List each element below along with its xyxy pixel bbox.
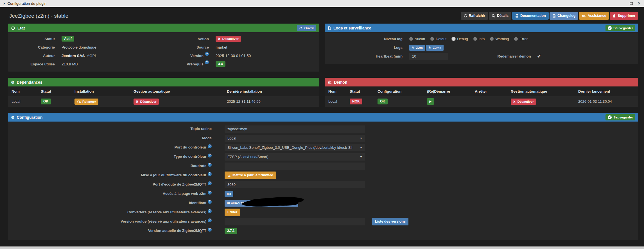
dependances-table-header: Nom Statut Installation Gestion automati… xyxy=(8,86,319,96)
x-icon: ✖ xyxy=(136,99,139,105)
statut-label: Statut xyxy=(8,35,62,43)
open-button[interactable]: Ouvrir xyxy=(297,25,316,31)
plugin-toolbar: Rafraichir Détails Documentation Changel… xyxy=(461,12,638,20)
dependances-panel-header: ⚙ Dépendances xyxy=(8,78,319,86)
help-icon[interactable]: ? xyxy=(208,172,212,176)
help-icon[interactable]: ? xyxy=(208,200,212,204)
relancer-button[interactable]: Relancer xyxy=(74,99,98,105)
help-icon[interactable]: ? xyxy=(208,163,212,167)
topic-racine-label: Topic racine xyxy=(8,127,218,131)
refresh-button[interactable]: Rafraichir xyxy=(461,12,488,20)
start-daemon-button[interactable]: ▶ xyxy=(427,98,434,105)
help-icon[interactable]: ? xyxy=(205,52,209,56)
radio-aucun[interactable]: Aucun xyxy=(409,37,425,41)
radio-icon xyxy=(473,37,477,41)
assistance-button[interactable]: Assistance xyxy=(579,12,609,20)
radio-debug[interactable]: Debug xyxy=(452,37,468,41)
help-icon[interactable]: ? xyxy=(208,209,212,213)
source-label: Source xyxy=(154,43,216,51)
caret-down-icon: ▼ xyxy=(358,156,362,158)
topic-racine-input[interactable] xyxy=(225,125,365,133)
firmware-label: Mise à jour du firmware du contrôleur? xyxy=(8,173,218,177)
logs-label: Logs xyxy=(325,43,409,52)
book-icon xyxy=(515,14,519,18)
bank-icon xyxy=(328,80,332,84)
radio-warning[interactable]: Warning xyxy=(490,37,509,41)
radio-icon xyxy=(409,37,413,41)
logs-panel: Logs et surveillance ✓ Sauvegarder Nivea… xyxy=(325,24,638,64)
help-icon[interactable]: ? xyxy=(208,218,212,222)
port-ecoute-label: Port d'écoute de Zigbee2MQTT? xyxy=(8,182,218,187)
delete-button[interactable]: Supprimer xyxy=(610,12,638,20)
heartbeat-label: Heartbeat (min) xyxy=(325,52,409,61)
radio-icon xyxy=(514,37,518,41)
documentation-button[interactable]: Documentation xyxy=(512,12,549,20)
help-icon[interactable]: ? xyxy=(205,60,209,64)
editer-button[interactable]: Editer xyxy=(225,209,240,216)
mode-select[interactable]: Local ▼ xyxy=(225,135,365,142)
radio-info[interactable]: Info xyxy=(473,37,485,41)
version-voulue-input[interactable] xyxy=(225,218,365,225)
paperclip-icon xyxy=(428,46,431,49)
close-icon[interactable]: × xyxy=(638,1,641,6)
version-value: 2025-12-30 01:01:50 xyxy=(216,51,319,60)
heartbeat-input[interactable] xyxy=(409,53,448,60)
identifiant-value[interactable]: uG9IAoC2Hmh5iodOHTd. xyxy=(225,200,298,207)
help-icon[interactable]: ? xyxy=(208,228,212,232)
demon-nom: Local xyxy=(325,99,346,104)
details-button[interactable]: Détails xyxy=(489,12,511,20)
ici-link-button[interactable]: ICI xyxy=(225,191,233,197)
chevron-right-icon: › xyxy=(3,1,5,6)
help-icon[interactable]: ? xyxy=(208,181,212,185)
x-icon: ✖ xyxy=(513,99,516,105)
dep-deactivate-button[interactable]: ✖ Désactiver xyxy=(134,99,159,105)
download-icon xyxy=(227,173,231,177)
log-z2md-button[interactable]: Z2md xyxy=(426,45,444,51)
port-controleur-select[interactable]: Silicon_Labs Sonoff_Zigbee_3.0_USB_Dongl… xyxy=(225,144,365,151)
demon-dernier-lancement: 2026-01-03 11:30:04 xyxy=(575,99,638,104)
version-voulue-label: Version voulue (réservé aux utilisateurs… xyxy=(8,219,218,224)
demon-deactivate-button[interactable]: ✖ Désactiver xyxy=(511,99,536,105)
radio-icon xyxy=(452,37,455,41)
identifiant-label: Identifiant? xyxy=(8,201,218,205)
radio-error[interactable]: Error xyxy=(514,37,528,41)
help-icon[interactable]: ? xyxy=(208,144,212,148)
version-actuelle-label: Version actuelle de Zigbee2MQTT? xyxy=(8,229,218,233)
port-controleur-label: Port du contrôleur? xyxy=(8,145,218,150)
save-configuration-button[interactable]: ✓ Sauvegarder xyxy=(605,114,635,120)
type-controleur-select[interactable]: EZSP (Atlas/Luna/Smart) ▼ xyxy=(225,153,365,161)
restart-daemon-checkbox[interactable]: ✔ xyxy=(537,53,541,59)
check-circle-icon: ✓ xyxy=(608,115,612,119)
log-file-icon xyxy=(328,26,331,30)
x-icon: ✖ xyxy=(218,36,221,42)
save-logs-button[interactable]: ✓ Sauvegarder xyxy=(605,25,635,31)
maximize-icon[interactable] xyxy=(630,2,633,5)
file-icon xyxy=(552,14,556,18)
radio-icon xyxy=(430,37,434,41)
help-icon[interactable]: ? xyxy=(208,191,212,195)
share-arrow-icon xyxy=(299,26,302,29)
radio-defaut[interactable]: Defaut xyxy=(430,37,446,41)
port-ecoute-input[interactable] xyxy=(225,181,365,188)
update-firmware-button[interactable]: Mettre à jour le firmware xyxy=(225,172,276,179)
play-icon: ▶ xyxy=(429,100,431,103)
version-label: Version? xyxy=(154,51,216,60)
log-z2m-button[interactable]: Z2m xyxy=(409,45,425,51)
baudrate-input[interactable] xyxy=(225,163,365,170)
mode-label: Mode xyxy=(8,136,218,140)
converters-label: Converters (réservé aux utilisateurs ava… xyxy=(8,210,218,214)
changelog-button[interactable]: Changelog xyxy=(550,12,579,20)
ambulance-icon xyxy=(582,14,586,18)
auteur-label: Auteur xyxy=(8,51,62,60)
liste-versions-button[interactable]: Liste des versions xyxy=(372,218,408,225)
dependances-table-row: Local OK Relancer ✖ Désactiver xyxy=(8,96,319,107)
cog-icon: ⚙ xyxy=(11,80,15,84)
help-icon[interactable]: ? xyxy=(208,154,212,157)
dependances-panel: ⚙ Dépendances Nom Statut Installation Ge… xyxy=(8,78,319,107)
deactivate-plugin-button[interactable]: ✖ Désactiver xyxy=(216,36,241,42)
search-icon xyxy=(492,14,495,18)
categorie-label: Catégorie xyxy=(8,43,62,51)
prerequis-label: Prérequis? xyxy=(154,60,216,68)
trash-icon xyxy=(613,14,616,18)
motorcycle-icon xyxy=(77,100,81,103)
